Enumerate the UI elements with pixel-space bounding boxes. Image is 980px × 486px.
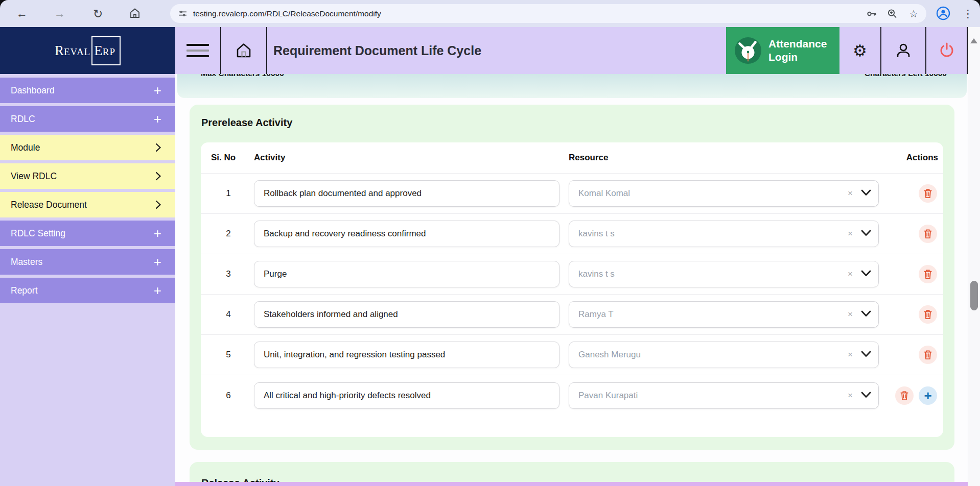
bottom-strip — [175, 482, 968, 486]
home-icon[interactable] — [221, 27, 266, 74]
browser-profile-avatar[interactable] — [936, 6, 950, 20]
sidebar-item-report[interactable]: Report + — [0, 278, 175, 303]
browser-back-icon[interactable]: ← — [16, 7, 28, 20]
row-number: 2 — [226, 229, 230, 239]
table-row: 4 Ramya T × — [201, 295, 943, 335]
sidebar-item-view-rdlc[interactable]: View RDLC — [0, 163, 175, 189]
clear-selection-icon[interactable]: × — [848, 309, 853, 320]
site-info-icon[interactable] — [178, 9, 187, 18]
resource-select[interactable]: Pavan Kurapati × — [569, 382, 879, 409]
chevron-down-icon — [861, 391, 871, 400]
prerelease-activity-panel: Prerelease Activity Si. No Activity Reso… — [190, 105, 954, 450]
row-number: 1 — [226, 188, 230, 199]
column-resource: Resource — [569, 153, 879, 163]
sidebar-item-label: Dashboard — [11, 85, 154, 96]
url-text[interactable]: testing.revalerp.com/RDLC/ReleaseDocumen… — [193, 9, 381, 18]
sidebar-item-label: RDLC Setting — [11, 228, 154, 239]
max-characters-label: Max Characters 10000 — [201, 74, 284, 78]
screen: ← → ↻ testing.revalerp.com/RDLC/ReleaseD… — [0, 0, 980, 486]
sidebar-item-release-document[interactable]: Release Document — [0, 192, 175, 217]
delete-row-button[interactable] — [919, 305, 937, 324]
chevron-down-icon — [861, 350, 871, 359]
activity-input[interactable] — [254, 382, 559, 409]
sidebar-item-label: Module — [11, 142, 155, 153]
prerelease-activity-title: Prerelease Activity — [190, 105, 954, 129]
resource-select[interactable]: Komal Komal × — [569, 180, 879, 207]
clear-selection-icon[interactable]: × — [848, 188, 853, 199]
scrollbar-up-arrow[interactable] — [970, 38, 977, 43]
resource-value: Ramya T — [578, 309, 848, 320]
user-profile-icon[interactable] — [881, 27, 925, 74]
resource-select[interactable]: kavins t s × — [569, 261, 879, 287]
clear-selection-icon[interactable]: × — [848, 269, 853, 279]
logo-block: REVAL ERP — [0, 27, 175, 74]
chevron-down-icon — [861, 229, 871, 238]
attendance-clock-icon — [734, 37, 762, 64]
sidebar-item-rdlc-setting[interactable]: RDLC Setting + — [0, 221, 175, 246]
zoom-magnifier-icon[interactable] — [887, 8, 898, 19]
sidebar-item-dashboard[interactable]: Dashboard + — [0, 78, 175, 103]
chevron-down-icon — [861, 270, 871, 279]
sidebar-item-rdlc[interactable]: RDLC + — [0, 106, 175, 132]
sidebar: Dashboard + RDLC + Module View RDLC Rele… — [0, 74, 175, 486]
resource-value: kavins t s — [578, 229, 848, 239]
resource-value: Pavan Kurapati — [578, 391, 848, 401]
table-row: 3 kavins t s × — [201, 254, 943, 295]
chevron-down-icon — [861, 310, 871, 319]
table-header-row: Si. No Activity Resource Actions — [201, 142, 943, 174]
resource-select[interactable]: Ramya T × — [569, 301, 879, 328]
delete-row-button[interactable] — [919, 225, 937, 243]
chevron-right-icon — [155, 171, 161, 181]
sidebar-item-masters[interactable]: Masters + — [0, 249, 175, 275]
attendance-login-button[interactable]: Attendance Login — [726, 27, 839, 74]
activity-input[interactable] — [254, 221, 559, 247]
row-number: 3 — [226, 269, 230, 279]
attendance-login-label: Attendance Login — [768, 37, 827, 64]
sidebar-item-label: View RDLC — [11, 171, 155, 182]
browser-forward-icon[interactable]: → — [54, 7, 65, 20]
clear-selection-icon[interactable]: × — [848, 229, 853, 239]
hamburger-menu-icon[interactable] — [175, 27, 220, 74]
sidebar-item-label: Release Document — [11, 200, 155, 210]
logout-power-icon[interactable] — [926, 27, 967, 74]
browser-home-icon[interactable] — [129, 7, 141, 22]
delete-row-button[interactable] — [895, 386, 914, 405]
sidebar-item-label: Report — [11, 285, 154, 296]
settings-gear-icon[interactable]: ⚙ — [839, 27, 880, 74]
activity-input[interactable] — [254, 342, 559, 368]
table-row: 2 kavins t s × — [201, 214, 943, 254]
password-key-icon[interactable] — [866, 8, 877, 19]
plus-icon: + — [154, 284, 161, 297]
delete-row-button[interactable] — [919, 265, 937, 283]
chevron-right-icon — [155, 142, 161, 153]
clear-selection-icon[interactable]: × — [848, 391, 853, 401]
column-si-no: Si. No — [211, 153, 254, 163]
add-row-button[interactable]: + — [919, 386, 937, 405]
plus-icon: + — [154, 84, 161, 97]
resource-select[interactable]: Ganesh Merugu × — [569, 342, 879, 368]
resource-select[interactable]: kavins t s × — [569, 221, 879, 247]
activity-input[interactable] — [254, 180, 559, 207]
resource-value: Ganesh Merugu — [578, 350, 848, 360]
activity-input[interactable] — [254, 301, 559, 328]
row-number: 6 — [226, 391, 230, 401]
delete-row-button[interactable] — [919, 346, 937, 364]
app-logo: REVAL ERP — [55, 36, 121, 65]
plus-icon: + — [154, 112, 161, 126]
chevron-right-icon — [155, 200, 161, 210]
browser-reload-icon[interactable]: ↻ — [93, 7, 103, 20]
character-counter-strip: Max Characters 10000 Characters Left 100… — [177, 74, 967, 98]
row-number: 4 — [226, 309, 230, 320]
characters-left-label: Characters Left 10000 — [865, 74, 947, 78]
bookmark-star-icon[interactable]: ☆ — [909, 9, 918, 19]
row-number: 5 — [226, 350, 230, 360]
column-activity: Activity — [254, 153, 559, 163]
delete-row-button[interactable] — [919, 184, 937, 203]
url-bar[interactable]: testing.revalerp.com/RDLC/ReleaseDocumen… — [170, 4, 926, 23]
sidebar-item-module[interactable]: Module — [0, 135, 175, 160]
clear-selection-icon[interactable]: × — [848, 350, 853, 360]
browser-menu-icon[interactable]: ⋮ — [963, 8, 973, 20]
scrollbar-thumb[interactable] — [970, 281, 978, 310]
plus-icon: + — [154, 227, 161, 240]
activity-input[interactable] — [254, 261, 559, 287]
